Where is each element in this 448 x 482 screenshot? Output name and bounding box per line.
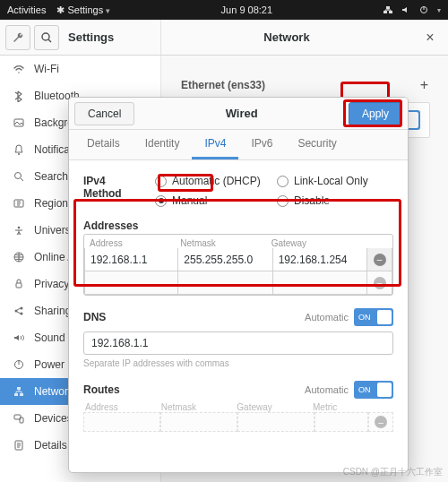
svg-rect-22 [20,393,23,396]
wifi-icon [13,63,25,75]
tab-security[interactable]: Security [285,130,349,159]
routes-automatic-label: Automatic [305,384,349,395]
privacy-icon [13,278,25,290]
netmask-input[interactable] [178,271,272,295]
add-connection-button[interactable]: + [420,77,428,93]
addresses-label: Addresses [83,219,393,232]
sidebar-item-label: Power [34,358,65,371]
delete-icon: – [374,254,386,266]
dns-label: DNS [83,311,106,323]
hamburger-button[interactable] [5,25,30,50]
tab-ipv4[interactable]: IPv4 [192,130,238,159]
sidebar-item-label: Sharing [34,305,71,317]
sidebar-item-label: Details [34,439,67,452]
col-netmask: Netmask [180,238,271,248]
delete-row-button[interactable]: – [367,271,392,295]
tab-ipv6[interactable]: IPv6 [238,130,285,159]
svg-rect-20 [17,387,21,390]
addresses-table: Address Netmask Gateway 192.168.1.1 255.… [83,234,393,296]
cancel-button[interactable]: Cancel [74,102,134,125]
svg-line-6 [48,39,51,42]
dialog-title: Wired [140,107,343,120]
sidebar-item-wi-fi[interactable]: Wi-Fi [0,56,160,82]
background-icon [13,116,25,129]
power-icon [13,358,25,371]
gateway-input[interactable]: 192.168.1.254 [273,248,367,271]
ua-icon [13,224,25,237]
col-address: Address [90,238,180,248]
svg-rect-0 [386,6,390,9]
address-input[interactable]: 192.168.1.1 [84,248,178,271]
dialog-tabs: Details Identity IPv4 IPv6 Security [69,130,408,160]
settings-title: Settings [68,30,114,44]
sharing-icon [13,305,25,317]
system-tray[interactable]: ▾ [383,5,441,14]
routes-automatic-switch[interactable]: ON [354,381,393,399]
settings-headerbar: Settings Network × [0,20,448,56]
magnifier-icon [40,31,53,44]
network-icon [13,385,25,398]
svg-point-9 [15,173,22,179]
svg-rect-21 [14,393,18,396]
sidebar-item-label: Wi-Fi [34,63,59,75]
dns-automatic-label: Automatic [305,312,349,323]
notify-icon [13,143,25,156]
address-row: 192.168.1.1 255.255.255.0 192.168.1.254 … [84,248,392,271]
svg-point-5 [42,33,49,40]
panel-clock[interactable]: Jun 9 08:21 [110,4,383,15]
delete-row-button[interactable]: – [367,248,392,271]
dns-input[interactable]: 192.168.1.1 [83,331,393,355]
routes-row-empty: – [83,412,393,432]
activities-button[interactable]: Activities [7,4,46,15]
ipv4-method-label: IPv4 Method [83,175,141,200]
details-icon [13,439,25,452]
radio-automatic[interactable]: Automatic (DHCP) [155,175,271,187]
delete-icon: – [375,416,387,428]
radio-disable[interactable]: Disable [277,194,393,207]
radio-linklocal[interactable]: Link-Local Only [277,175,393,187]
sidebar-item-label: Privacy [34,278,69,290]
online-icon [13,251,25,263]
panel-title: Network [161,30,412,44]
region-icon [13,197,25,210]
tab-details[interactable]: Details [74,130,133,159]
sidebar-item-label: Search [34,170,68,183]
svg-line-10 [21,178,23,181]
wrench-icon [12,31,24,44]
delete-route-button[interactable]: – [368,412,393,432]
search-button[interactable] [34,25,59,50]
dns-hint: Separate IP addresses with commas [83,358,393,368]
connection-editor-dialog: Cancel Wired Apply Details Identity IPv4… [68,97,409,473]
radio-manual[interactable]: Manual [155,194,271,207]
network-icon [383,5,392,14]
dns-automatic-switch[interactable]: ON [354,308,393,326]
svg-point-12 [18,227,21,229]
gnome-panel: Activities ✱ Settings Jun 9 08:21 ▾ [0,0,448,20]
svg-rect-14 [16,283,22,288]
tab-identity[interactable]: Identity [133,130,193,159]
apply-button[interactable]: Apply [349,102,402,125]
col-gateway: Gateway [271,238,362,248]
power-icon [419,5,428,14]
sidebar-item-label: Sound [34,331,65,344]
window-close-button[interactable]: × [412,30,448,46]
sidebar-item-label: Devices [34,412,73,425]
svg-rect-2 [389,11,392,13]
address-input[interactable] [84,271,178,295]
routes-label: Routes [83,383,120,396]
watermark: CSDN @正月十六工作室 [343,466,443,478]
ethernet-section-title: Ethernet (ens33) [181,79,265,91]
delete-icon: – [374,277,386,289]
address-row-empty: – [84,271,392,295]
bluetooth-icon [13,90,25,102]
volume-icon [401,5,410,14]
gateway-input[interactable] [273,271,367,295]
sound-icon [13,331,25,344]
search-icon [13,170,25,183]
svg-rect-1 [383,11,387,13]
appmenu-button[interactable]: ✱ Settings [56,4,109,16]
devices-icon [13,412,25,425]
svg-point-8 [18,153,20,155]
netmask-input[interactable]: 255.255.255.0 [178,248,272,271]
